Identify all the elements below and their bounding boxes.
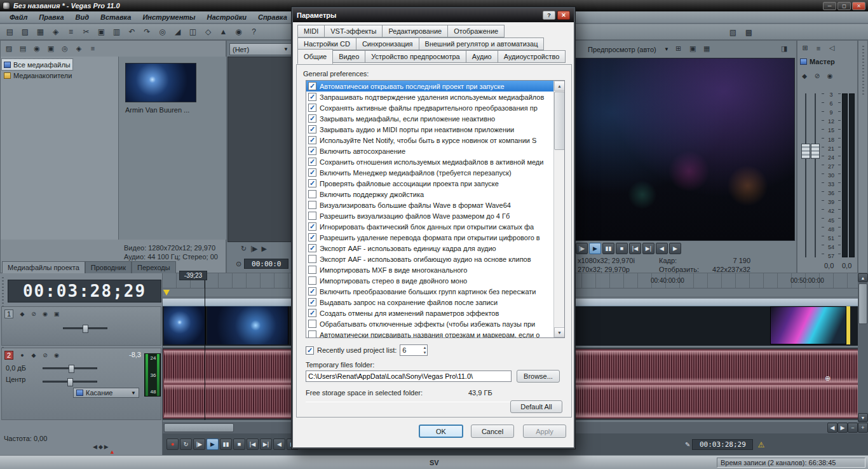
dialog-tab[interactable]: Аудио (466, 50, 498, 63)
menu-item[interactable]: Правка (33, 13, 69, 21)
normal-edit-tool-icon[interactable]: ▲ (216, 25, 231, 39)
event-edge-handle[interactable] (846, 306, 850, 344)
preview-prev-frame-button[interactable]: ◀ (656, 243, 668, 254)
close-button[interactable]: ✕ (852, 2, 865, 10)
plugin-manager-icon[interactable]: ▩ (742, 25, 756, 39)
temp-folder-input[interactable] (306, 370, 512, 382)
preference-checkbox[interactable] (308, 190, 316, 198)
edit-cursor-timecode[interactable]: 00:03:28;29 (692, 439, 753, 450)
preference-item[interactable]: Экспорт AAF - использовать огибающую ауд… (306, 254, 555, 264)
master-properties-icon[interactable]: ≡ (813, 43, 824, 53)
preference-checkbox[interactable] (308, 287, 316, 296)
preference-checkbox[interactable] (308, 201, 316, 209)
preference-checkbox[interactable] (308, 114, 316, 123)
loop-playback-button[interactable]: ↻ (180, 438, 192, 450)
preference-item[interactable]: Используйте Net Notify, чтобы быть в кур… (306, 135, 555, 146)
preference-checkbox[interactable] (308, 320, 316, 328)
preference-item[interactable]: Автоматически присваивать названия отрез… (306, 329, 555, 338)
preference-item[interactable]: Закрывать аудио и MIDI порты при неактив… (306, 124, 555, 135)
open-project-icon[interactable]: ▨ (18, 25, 32, 39)
master-fx-icon[interactable]: ◆ (799, 71, 810, 81)
preference-checkbox[interactable] (308, 222, 316, 231)
trimmer-loop-icon[interactable]: ↻ (241, 245, 247, 253)
insert-bus-icon[interactable]: ⊞ (799, 43, 811, 53)
slider-thumb[interactable] (69, 365, 74, 373)
zoom-out-icon[interactable]: − (848, 423, 858, 433)
zoom-in-icon[interactable]: + (858, 423, 868, 433)
ok-button[interactable]: OK (419, 425, 463, 438)
preference-item[interactable]: Экспорт AAF - использовать единицу кадра… (306, 243, 555, 254)
cut-icon[interactable]: ✂ (79, 25, 93, 39)
track-fx-icon[interactable]: ◆ (29, 350, 39, 360)
save-snapshot-icon[interactable]: ▦ (703, 44, 710, 53)
preference-checkbox[interactable] (308, 82, 316, 90)
preference-checkbox[interactable] (308, 255, 316, 263)
master-fader-left[interactable] (801, 144, 810, 159)
browse-button[interactable]: Browse... (517, 370, 560, 383)
preview-stop-button[interactable]: ■ (616, 243, 628, 254)
trimmer-play-icon[interactable]: ▶ (262, 245, 267, 253)
cancel-button[interactable]: Cancel (471, 425, 514, 438)
preview-next-frame-button[interactable]: ▶ (669, 243, 681, 254)
auto-crossfade-icon[interactable]: ◢ (170, 25, 185, 39)
rate-marker-icon[interactable]: ▲ (109, 449, 115, 455)
play-from-start-button[interactable]: |▶ (193, 438, 205, 450)
dialog-close-button[interactable]: ✕ (557, 11, 570, 20)
whats-this-icon[interactable]: ? (247, 25, 261, 39)
new-bin-icon[interactable]: ▨ (3, 43, 15, 54)
preference-item[interactable]: Закрывать медиафайлы, если приложение не… (306, 113, 555, 124)
pan-slider[interactable] (43, 381, 97, 383)
event-pan-crop-icon[interactable]: ⊕ (825, 374, 831, 383)
timeline-timecode-display[interactable]: 00:03:28;29 (8, 280, 161, 302)
preview-go-start-button[interactable]: |◀ (629, 243, 641, 254)
stop-button[interactable]: ■ (233, 438, 245, 450)
interactive-tutorials-icon[interactable]: ▧ (726, 25, 740, 39)
previous-frame-button[interactable]: ◀ (273, 438, 285, 450)
pause-button[interactable]: ▮▮ (220, 438, 232, 450)
copy-snapshot-icon[interactable]: ▣ (689, 44, 696, 53)
dock-tab[interactable]: Медиафайлы проекта (2, 261, 85, 273)
dialog-tab[interactable]: Устройство предпросмотра (365, 50, 466, 63)
recent-projects-checkbox[interactable] (306, 346, 314, 355)
import-media-icon[interactable]: ▤ (17, 43, 29, 54)
plugin-selector-combo[interactable]: (Нет) ▼ (229, 43, 292, 55)
preference-checkbox[interactable] (308, 266, 316, 274)
get-media-web-icon[interactable]: ◈ (72, 43, 85, 54)
default-all-button[interactable]: Default All (510, 400, 562, 413)
preferences-list[interactable]: Автоматически открывать последний проект… (306, 80, 565, 338)
master-mute-icon[interactable]: ⊘ (812, 71, 822, 81)
nudge-right-icon[interactable]: ▶ (104, 444, 109, 450)
master-fader-right[interactable] (811, 144, 820, 159)
dialog-tab[interactable]: VST-эффекты (324, 25, 383, 37)
project-properties-icon[interactable]: ≡ (64, 25, 78, 39)
mute-icon[interactable]: ⊘ (40, 350, 50, 360)
preference-checkbox[interactable] (308, 330, 316, 338)
mute-icon[interactable]: ⊘ (29, 309, 39, 318)
scroll-up-icon[interactable]: ▲ (554, 81, 565, 91)
new-project-icon[interactable]: ▤ (3, 25, 17, 39)
scrollbar-thumb[interactable] (554, 92, 565, 150)
preference-checkbox[interactable] (308, 147, 316, 155)
slider-thumb[interactable] (83, 325, 88, 333)
save-project-icon[interactable]: ▦ (33, 25, 48, 39)
media-clip-thumbnail[interactable] (125, 63, 196, 102)
dialog-tab[interactable]: Редактирование (382, 25, 448, 37)
menu-item[interactable]: Справка (252, 13, 293, 21)
play-button[interactable]: ▶ (207, 438, 219, 450)
preference-item[interactable]: Игнорировать фактический блок данных при… (306, 221, 555, 232)
spin-up-icon[interactable]: ▲ (423, 345, 426, 350)
undo-icon[interactable]: ↶ (125, 25, 139, 39)
dialog-tab[interactable]: Синхронизация (356, 37, 419, 50)
preference-item[interactable]: Сохранять активные файлы предварительног… (306, 102, 555, 113)
go-to-end-button[interactable]: ▶| (260, 438, 272, 450)
media-properties-icon[interactable]: ≡ (86, 43, 99, 54)
preview-pause-button[interactable]: ▮▮ (602, 243, 614, 254)
preview-play-button[interactable]: ▶ (589, 243, 601, 254)
trimmer-timecode[interactable]: 00:00:0 (244, 259, 288, 269)
dialog-help-button[interactable]: ? (543, 11, 555, 20)
menu-item[interactable]: Вставка (95, 13, 137, 21)
vscroll-thumb[interactable] (858, 283, 867, 324)
dialog-tab[interactable]: MIDI (297, 25, 325, 37)
downmix-output-icon[interactable]: ◁ (826, 43, 837, 53)
apply-button[interactable]: Apply (523, 425, 566, 438)
